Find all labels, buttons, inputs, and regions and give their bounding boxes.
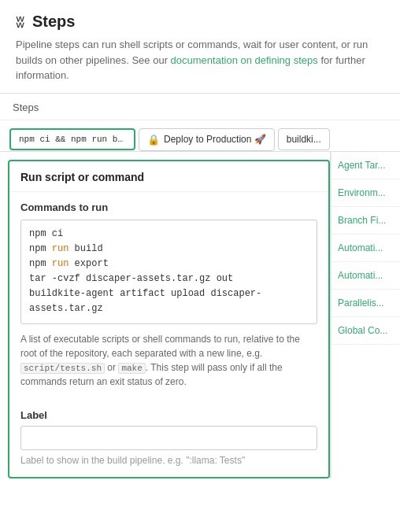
right-panel-item-global[interactable]: Global Co... [331, 317, 400, 345]
run-script-section: Run script or command Commands to run np… [8, 160, 330, 479]
desc-code-1: script/tests.sh [20, 363, 105, 374]
label-section: Label Label to show in the build pipelin… [9, 409, 328, 477]
tab-buildkite[interactable]: buildki... [278, 128, 330, 150]
right-panel-item-agent[interactable]: Agent Tar... [331, 152, 400, 179]
cmd-4: tar -cvzf discaper-assets.tar.gz out [29, 272, 309, 286]
right-panel-item-auto1[interactable]: Automati... [331, 235, 400, 262]
desc-code-2: make [118, 363, 145, 374]
right-panel-item-env[interactable]: Environm... [331, 179, 400, 207]
page-description: Pipeline steps can run shell scripts or … [16, 37, 384, 83]
commands-box: npm ci npm run build npm run export tar … [20, 220, 317, 324]
right-panel-item-auto2[interactable]: Automati... [331, 262, 400, 290]
commands-label: Commands to run [20, 201, 317, 213]
right-panel: Agent Tar... Environm... Branch Fi... Au… [331, 152, 400, 479]
label-input[interactable] [20, 426, 317, 450]
commands-description: A list of executable scripts or shell co… [20, 332, 317, 390]
lock-icon: 🔒 [147, 134, 160, 146]
page-header: ʬ Steps Pipeline steps can run shell scr… [0, 0, 400, 94]
cmd-3: npm run export [29, 257, 309, 272]
cmd-5: buildkite-agent artifact upload discaper… [29, 286, 309, 301]
tab-deploy-label: Deploy to Production 🚀 [164, 134, 266, 145]
steps-tabs: npm ci && npm run build &&... 🔒 Deploy t… [0, 120, 400, 152]
page-title: Steps [32, 13, 75, 31]
tab-deploy[interactable]: 🔒 Deploy to Production 🚀 [139, 128, 275, 151]
desc-text-1: A list of executable scripts or shell co… [20, 334, 300, 359]
left-panel: Run script or command Commands to run np… [0, 152, 331, 479]
cmd-1: npm ci [29, 227, 309, 242]
run-script-header: Run script or command [9, 161, 328, 192]
cmd-6: assets.tar.gz [29, 301, 309, 316]
desc-text-2: or [105, 362, 118, 373]
commands-section: Commands to run npm ci npm run build npm… [9, 192, 328, 410]
label-description: Label to show in the build pipeline. e.g… [20, 455, 317, 466]
steps-section-label: Steps [0, 94, 400, 120]
tab-run-script[interactable]: npm ci && npm run build &&... [9, 128, 135, 150]
documentation-link[interactable]: documentation on defining steps [171, 54, 318, 66]
tab-buildkite-label: buildki... [287, 134, 321, 145]
cmd-2: npm run build [29, 242, 309, 257]
tab-run-script-label: npm ci && npm run build &&... [19, 135, 126, 144]
steps-section: Steps npm ci && npm run build &&... 🔒 De… [0, 94, 400, 479]
right-panel-item-parallel[interactable]: Parallelis... [331, 290, 400, 317]
main-content: Run script or command Commands to run np… [0, 152, 400, 479]
steps-icon: ʬ [16, 13, 24, 31]
right-panel-item-branch[interactable]: Branch Fi... [331, 207, 400, 235]
label-field-label: Label [20, 409, 317, 421]
